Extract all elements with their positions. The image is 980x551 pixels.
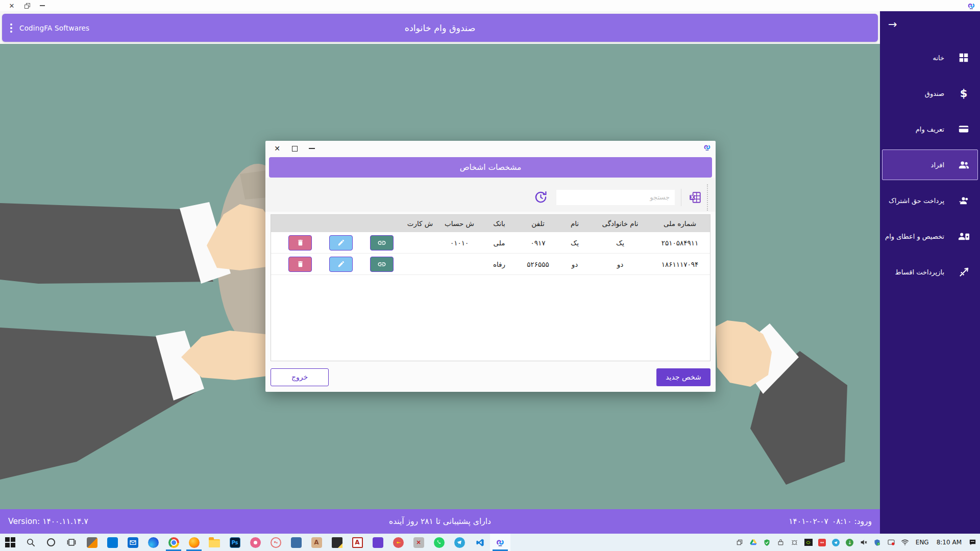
search-icon: [26, 538, 36, 547]
column-header: بانک: [481, 215, 517, 232]
taskbar-app-uninstaller[interactable]: [408, 534, 429, 551]
login-info: ورود: ۰۸:۱۰ ۱۴۰۱-۰۲-۰۷: [789, 517, 872, 526]
language-indicator[interactable]: ENG: [914, 539, 930, 546]
cell-national-id: ۲۵۱۰۵۸۴۹۱۱: [650, 232, 710, 253]
task-view-button[interactable]: [61, 534, 82, 551]
taskbar-app-file-explorer[interactable]: [204, 534, 225, 551]
link-button[interactable]: [370, 235, 394, 251]
red-a-icon: A: [352, 537, 363, 548]
sidebar-item-grant-loan[interactable]: تخصیص و اعطای وام: [880, 218, 980, 254]
uninstaller-icon: [413, 537, 424, 548]
taskbar-app-paint[interactable]: [245, 534, 265, 551]
google-drive-icon[interactable]: [749, 538, 758, 547]
taskbar-app-access[interactable]: A: [306, 534, 327, 551]
window-close-button[interactable]: ✕: [4, 1, 19, 10]
maximize-icon: [292, 146, 298, 152]
edit-button[interactable]: [329, 257, 353, 272]
delete-button[interactable]: [288, 235, 312, 251]
support-label: دارای پشتیبانی تا ۲۸۱ روز آینده: [0, 517, 880, 526]
nvidia-icon[interactable]: [804, 538, 813, 547]
notification-center-icon[interactable]: [968, 538, 977, 547]
window-minimize-button[interactable]: [35, 1, 50, 10]
sidebar-item-define-loan[interactable]: تعریف وام: [880, 111, 980, 147]
taskbar-app-vmware[interactable]: [82, 534, 102, 551]
cell-bank: ملی: [481, 232, 517, 253]
restore-icon: [24, 3, 30, 9]
clock[interactable]: 8:10 AM: [935, 539, 963, 546]
delete-button[interactable]: [288, 257, 312, 272]
sidebar-item-home[interactable]: خانه: [880, 40, 980, 76]
dialog-minimize-button[interactable]: [303, 142, 321, 155]
shield-check-icon[interactable]: [763, 538, 772, 547]
window-restore-button[interactable]: [19, 1, 35, 10]
taskbar-app-calculator[interactable]: [286, 534, 306, 551]
table-body: ۲۵۱۰۵۸۴۹۱۱ یک یک ۰۹۱۷ ملی ۰۱۰۱۰ ۱۸۶۱۱۱۷۰…: [271, 232, 710, 275]
volume-muted-icon[interactable]: [859, 538, 868, 547]
taskbar-app-red-a[interactable]: A: [347, 534, 368, 551]
column-header: نام خانوادگی: [591, 215, 650, 232]
toolbar-separator: [681, 189, 681, 206]
taskbar-app-mail[interactable]: [122, 534, 143, 551]
edit-button[interactable]: [329, 235, 353, 251]
search-input[interactable]: [556, 190, 675, 205]
taskbar-app-edge[interactable]: [143, 534, 163, 551]
sidebar-item-label: صندوق: [925, 90, 944, 97]
taskbar-app-codingfa[interactable]: [490, 534, 510, 551]
new-person-button[interactable]: شخص جدید: [656, 368, 710, 386]
screen-record-icon[interactable]: [887, 538, 896, 547]
app-header: CodingFA Softwares صندوق وام خانواده: [2, 14, 878, 42]
taskbar-app-telegram[interactable]: [449, 534, 470, 551]
sidebar-collapse-arrow-icon[interactable]: →: [888, 18, 897, 31]
activator-key-icon: [393, 537, 404, 548]
taskbar-app-firefox[interactable]: [184, 534, 204, 551]
link-button[interactable]: [370, 257, 394, 272]
sidebar-item-label: تعریف وام: [916, 126, 944, 133]
cortana-icon: [46, 537, 56, 547]
refresh-button[interactable]: [533, 190, 548, 205]
cortana-button[interactable]: [41, 534, 61, 551]
cell-phone: ۵۲۶۵۵۵: [517, 254, 559, 274]
column-header: نام: [559, 215, 591, 232]
taskbar-search-button[interactable]: [20, 534, 41, 551]
cell-card: [403, 232, 437, 253]
table-row[interactable]: ۲۵۱۰۵۸۴۹۱۱ یک یک ۰۹۱۷ ملی ۰۱۰۱۰: [271, 232, 710, 254]
cell-account: ۰۱۰۱۰: [437, 232, 481, 253]
taskbar-app-activator[interactable]: [388, 534, 408, 551]
hidden-icons-button[interactable]: [735, 538, 744, 547]
dialog-toolbar: X: [266, 178, 715, 212]
defender-icon[interactable]: [873, 538, 882, 547]
sidebar-item-subscription[interactable]: پرداخت حق اشتراک: [880, 183, 980, 218]
dialog-close-button[interactable]: ✕: [268, 142, 286, 155]
telegram-tray-icon[interactable]: [831, 538, 841, 547]
sidebar-item-people[interactable]: افراد: [882, 149, 978, 180]
column-header: ش کارت: [403, 215, 437, 232]
sync-red-icon[interactable]: ↔: [818, 538, 827, 547]
photoshop-icon: Ps: [230, 537, 240, 548]
row-actions: [271, 254, 403, 274]
subscription-payment-icon: [958, 194, 970, 207]
taskbar-app-photoshop[interactable]: Ps: [225, 534, 245, 551]
windows-icon: [5, 537, 15, 547]
sidebar-item-fund[interactable]: $ صندوق: [880, 76, 980, 111]
edit-pencil-icon: [337, 260, 345, 268]
table-row[interactable]: ۱۸۶۱۱۱۷۰۹۴ دو دو ۵۲۶۵۵۵ رفاه: [271, 254, 710, 275]
idm-icon[interactable]: ↓: [845, 538, 854, 547]
taskbar-app-notes[interactable]: [327, 534, 347, 551]
login-time-label: ورود: ۰۸:۱۰: [832, 517, 872, 526]
excel-export-button[interactable]: X: [688, 190, 703, 205]
camera-icon[interactable]: [790, 538, 799, 547]
taskbar-app-whatsapp[interactable]: [429, 534, 449, 551]
dialog-maximize-button[interactable]: [286, 142, 303, 155]
start-button[interactable]: [0, 534, 20, 551]
exit-button[interactable]: خروج: [271, 368, 329, 386]
taskbar-app-purple[interactable]: [368, 534, 388, 551]
sidebar-item-repay[interactable]: بازپرداخت اقساط: [880, 254, 980, 290]
taskbar-app-design[interactable]: [265, 534, 286, 551]
wifi-icon[interactable]: [900, 538, 910, 547]
app-title: صندوق وام خانواده: [2, 23, 878, 33]
device-icon[interactable]: [776, 538, 786, 547]
svg-text:X: X: [691, 194, 694, 199]
taskbar-app-chrome[interactable]: [163, 534, 184, 551]
taskbar-app-store[interactable]: [102, 534, 122, 551]
taskbar-app-vscode[interactable]: [470, 534, 490, 551]
